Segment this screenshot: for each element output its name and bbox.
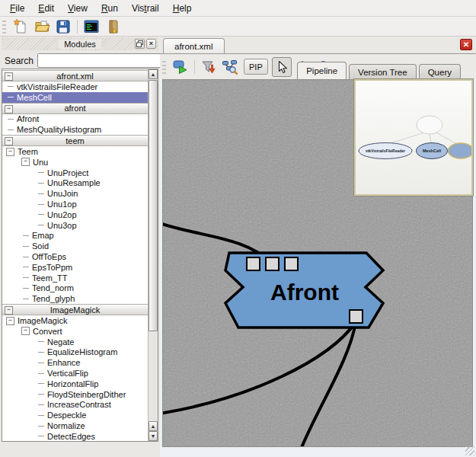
scroll-down-icon[interactable]: ▼ [149,431,158,441]
module-tree-item[interactable]: vtkVistrailsFileReader [2,81,148,92]
module-tree-item[interactable]: EpsToPpm [2,262,148,273]
modules-panel: Modules × Search afront.xml vtkVistrails… [0,37,160,457]
module-tree-item[interactable]: OffToEps [2,251,148,262]
module-tree-item[interactable]: Afront [2,114,148,125]
module-input-ports[interactable] [247,257,298,270]
module-tree-item[interactable]: Normalize [2,420,148,431]
module-tree-item[interactable]: UnuResample [2,178,148,189]
afront-module-node[interactable]: Afront [225,253,383,328]
module-tree-item[interactable]: UnuJoin [2,188,148,199]
visual-query-button[interactable] [199,57,219,77]
module-category-header[interactable]: afront [2,103,148,114]
close-icon: × [149,40,153,47]
module-tree-item[interactable]: Negate [2,337,148,347]
module-tree-frame: afront.xml vtkVistrailsFileReader MeshCe… [2,69,158,442]
scroll-up-icon[interactable]: ▲ [149,69,158,79]
menu-item[interactable]: Run [94,2,125,15]
query-search-button[interactable] [220,57,240,77]
minimap-node-reader[interactable]: vtkVistrailsFileReader [359,143,412,159]
module-tree-item[interactable]: FloydSteinbergDither [2,389,148,400]
module-tree-item[interactable]: HorizontalFlip [2,379,148,389]
execute-pipeline-button[interactable] [171,57,190,77]
minimap-node-meshcell[interactable]: MeshCell [417,143,448,159]
module-tree-item[interactable]: MeshQualityHistogram [2,124,148,135]
select-tool-button[interactable] [272,57,292,77]
tree-scrollbar[interactable]: ▲ ▲ ▼ [148,69,158,441]
menu-item[interactable]: View [61,2,94,15]
resize-grip[interactable] [465,446,474,455]
svg-text:MeshCell: MeshCell [423,149,442,153]
module-tree-item[interactable]: Soid [2,241,148,251]
scroll-up2-icon[interactable]: ▲ [149,421,158,431]
module-tree-item[interactable]: Teem [2,146,148,157]
main-toolbar [0,17,476,37]
document-tab[interactable]: afront.xml [163,38,225,53]
module-tree-item[interactable]: Convert [2,326,148,337]
module-tree-item[interactable]: ImageMagick [2,315,148,326]
view-mode-tab[interactable]: Pipeline [297,62,347,79]
module-tree-item[interactable]: Teem_TT [2,273,148,283]
console-button[interactable] [82,18,101,36]
pip-overview[interactable]: vtkVistrailsFileReader MeshCell [354,79,473,196]
toolbar-drag-handle[interactable] [162,60,166,74]
module-tree-item[interactable]: EqualizeHistogram [2,347,148,358]
modules-panel-title: Modules [59,40,101,49]
module-tree-item[interactable]: Tend_glyph [2,293,148,304]
toolbar-drag-handle[interactable] [2,20,6,34]
module-tree: afront.xml vtkVistrailsFileReader MeshCe… [2,69,148,441]
select-cursor-icon [274,59,289,75]
new-vistrail-button[interactable] [11,18,30,36]
module-tree-item[interactable]: Unu [2,157,148,168]
menu-item[interactable]: Vistrail [125,2,166,15]
scrollbar-thumb[interactable] [149,80,158,331]
module-label: Afront [270,280,339,305]
view-mode-tab[interactable]: Version Tree [349,64,417,79]
view-close-button[interactable]: ✕ [460,39,472,50]
view-mode-tabs: Pipeline Version Tree Query [295,62,461,79]
module-tree-item[interactable]: MeshCell [2,92,148,103]
module-tree-item[interactable]: DetectEdges [2,431,148,441]
vistrails-window: { "menu_bar": { "items": [ {"pre":"", "k… [0,0,476,457]
module-tree-item[interactable]: Emap [2,231,148,241]
module-tree-item[interactable]: Tend_norm [2,283,148,294]
visual-query-icon [200,59,217,75]
module-tree-item[interactable]: Unu1op [2,199,148,209]
pip-toggle-button[interactable]: PIP [244,59,268,75]
minimap-node-current[interactable] [449,143,472,158]
search-input[interactable] [37,53,161,68]
module-tree-item[interactable]: Enhance [2,357,148,368]
menu-item[interactable]: File [3,2,31,15]
connection-out-left [163,322,356,414]
module-category-header[interactable]: afront.xml [2,70,148,81]
connection-out-bottom [301,322,356,446]
module-tree-item[interactable]: Despeckle [2,410,148,420]
query-search-icon [222,59,238,75]
menu-item[interactable]: Help [166,2,199,15]
close-icon: ✕ [463,40,469,49]
toolbar-separator [77,20,78,34]
svg-text:vtkVistrailsFileReader: vtkVistrailsFileReader [366,149,405,153]
module-tree-item[interactable]: Unu3op [2,220,148,231]
module-tree-item[interactable]: IncreaseContrast [2,400,148,411]
dock-close-button[interactable]: × [146,39,156,49]
module-tree-item[interactable]: Unu2op [2,209,148,220]
open-folder-icon [34,18,50,35]
minimap-root-node[interactable] [417,116,442,134]
modules-panel-titlebar[interactable]: Modules × [2,37,158,50]
view-mode-tab[interactable]: Query [419,64,461,79]
save-vistrail-button[interactable] [54,18,72,36]
open-vistrail-button[interactable] [33,18,51,36]
document-tabbar: afront.xml ✕ [160,37,476,54]
menu-item[interactable]: Edit [31,2,61,15]
module-tree-item[interactable]: UnuProject [2,168,148,178]
main-view: afront.xml ✕ [160,37,476,457]
dock-float-button[interactable] [135,39,145,49]
module-category-header[interactable]: ImageMagick [2,304,148,315]
module-category-header[interactable]: teem [2,135,148,146]
float-window-icon [136,40,143,47]
module-tree-item[interactable]: VerticalFlip [2,368,148,379]
module-output-port[interactable] [350,310,363,323]
log-button[interactable] [104,18,122,36]
execute-pipeline-icon [172,59,189,75]
pipeline-canvas[interactable]: Afront vtkVistrailsFileReader MeshCell [162,79,473,447]
